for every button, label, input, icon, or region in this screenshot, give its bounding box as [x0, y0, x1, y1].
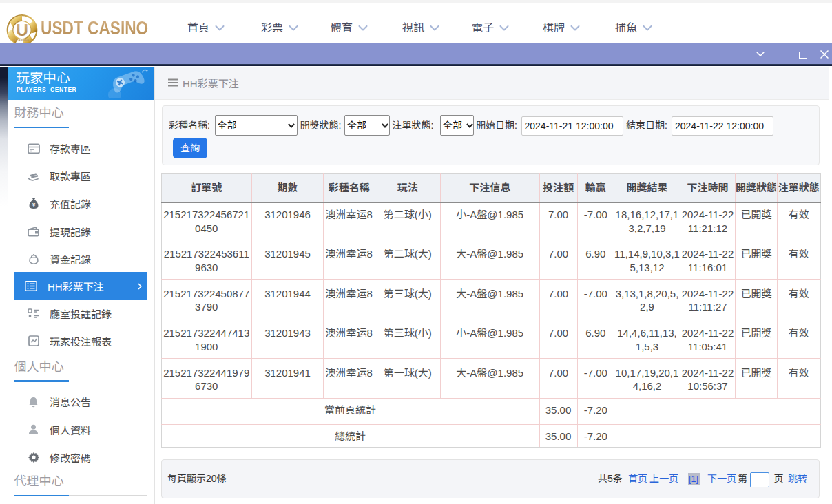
- svg-text:Casino: Casino: [15, 38, 29, 42]
- svg-text:U: U: [16, 21, 28, 39]
